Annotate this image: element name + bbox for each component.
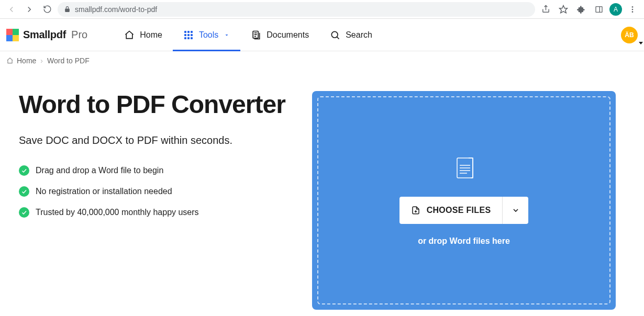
panel-icon[interactable]: [592, 2, 606, 17]
feature-item: No registration or installation needed: [19, 186, 291, 197]
svg-point-11: [331, 31, 338, 38]
site-header: Smallpdf Pro Home Tools Documents: [0, 19, 644, 51]
file-dropzone[interactable]: CHOOSE FILES or drop Word files here: [312, 91, 616, 310]
nav-documents-label: Documents: [267, 30, 309, 40]
check-icon: [19, 207, 29, 218]
feature-text: No registration or installation needed: [36, 187, 172, 196]
brand-tier: Pro: [71, 29, 87, 41]
feature-text: Trusted by 40,000,000 monthly happy user…: [36, 208, 199, 217]
bookmark-star-icon[interactable]: [556, 2, 571, 17]
page-subtitle: Save DOC and DOCX to PDF within seconds.: [19, 134, 291, 146]
main-content: Word to PDF Converter Save DOC and DOCX …: [0, 70, 644, 310]
brand-name: Smallpdf: [23, 29, 66, 41]
share-icon[interactable]: [538, 2, 553, 17]
check-icon: [19, 165, 29, 176]
primary-nav: Home Tools Documents Search: [114, 19, 383, 51]
browser-profile-avatar[interactable]: A: [609, 3, 622, 16]
user-initials: ÄB: [625, 31, 634, 39]
svg-point-4: [632, 6, 634, 8]
svg-point-5: [632, 8, 634, 10]
file-add-icon: [411, 206, 420, 215]
svg-marker-1: [560, 5, 568, 13]
content-right: CHOOSE FILES or drop Word files here: [312, 91, 625, 310]
dropzone-hint: or drop Word files here: [418, 236, 510, 246]
lock-icon: [64, 6, 71, 13]
browser-back-button[interactable]: [4, 2, 19, 17]
grid-icon: [183, 30, 194, 40]
nav-home-label: Home: [140, 30, 162, 40]
nav-home[interactable]: Home: [114, 19, 173, 51]
home-icon: [124, 30, 135, 40]
choose-files-label: CHOOSE FILES: [427, 206, 491, 215]
browser-url-bar[interactable]: smallpdf.com/word-to-pdf: [58, 2, 535, 17]
nav-search[interactable]: Search: [319, 19, 383, 51]
feature-text: Drag and drop a Word file to begin: [36, 166, 163, 175]
breadcrumb: Home › Word to PDF: [0, 51, 644, 70]
choose-files-button[interactable]: CHOOSE FILES: [399, 197, 503, 224]
browser-chrome: smallpdf.com/word-to-pdf A: [0, 0, 644, 19]
dropzone-inner: CHOOSE FILES or drop Word files here: [317, 96, 610, 304]
check-icon: [19, 186, 29, 197]
browser-url-text: smallpdf.com/word-to-pdf: [75, 5, 157, 14]
extensions-icon[interactable]: [574, 2, 589, 17]
documents-icon: [251, 30, 261, 40]
feature-item: Drag and drop a Word file to begin: [19, 165, 291, 176]
search-icon: [330, 30, 340, 40]
content-left: Word to PDF Converter Save DOC and DOCX …: [19, 91, 291, 310]
chevron-down-icon: [224, 32, 230, 38]
breadcrumb-separator: ›: [40, 57, 43, 65]
nav-documents[interactable]: Documents: [240, 19, 319, 51]
feature-item: Trusted by 40,000,000 monthly happy user…: [19, 207, 291, 218]
chevron-down-icon: [512, 206, 520, 215]
home-icon: [6, 57, 14, 64]
feature-list: Drag and drop a Word file to begin No re…: [19, 165, 291, 218]
nav-tools[interactable]: Tools: [173, 19, 240, 51]
svg-rect-2: [596, 6, 602, 12]
browser-reload-button[interactable]: [40, 2, 54, 17]
choose-files-dropdown[interactable]: [502, 197, 528, 224]
document-stack-icon: [449, 155, 479, 184]
breadcrumb-home[interactable]: Home: [6, 57, 36, 65]
brand-logo[interactable]: Smallpdf Pro: [6, 29, 87, 41]
breadcrumb-current: Word to PDF: [47, 57, 90, 65]
choose-files-row: CHOOSE FILES: [399, 197, 529, 224]
browser-forward-button[interactable]: [22, 2, 37, 17]
caret-down-icon: [639, 42, 643, 44]
brand-logo-mark: [6, 29, 19, 41]
svg-line-12: [337, 37, 339, 39]
user-avatar-menu[interactable]: ÄB: [621, 27, 638, 43]
browser-menu-icon[interactable]: [625, 2, 640, 17]
page-title: Word to PDF Converter: [19, 91, 291, 119]
svg-point-6: [632, 11, 634, 13]
nav-search-label: Search: [346, 30, 372, 40]
nav-tools-label: Tools: [199, 30, 218, 40]
